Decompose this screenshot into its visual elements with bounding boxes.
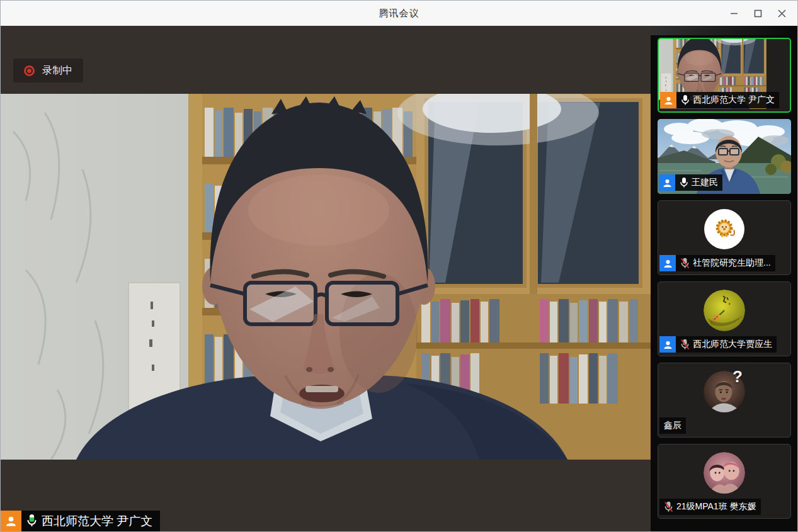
participant-thumbnails: 西北师范大学 尹广文 王建民 <box>658 38 791 519</box>
participant-tile-fan-dongyuan[interactable]: 21级MPA1班 樊东媛 <box>658 444 791 519</box>
mic-muted-icon <box>680 258 690 269</box>
close-icon <box>778 9 786 18</box>
meeting-window: 腾讯会议 录制中 <box>0 0 798 532</box>
window-title: 腾讯会议 <box>379 8 419 20</box>
minimize-button[interactable] <box>722 3 746 23</box>
participant-tile-jia-yingsheng[interactable]: 西北师范大学贾应生 <box>658 281 791 356</box>
participant-tile-xinchen[interactable]: ? 鑫辰 <box>658 363 791 438</box>
recording-dot-icon <box>24 65 35 76</box>
participant-label: 西北师范大学贾应生 <box>659 336 777 353</box>
mic-muted-icon <box>664 501 673 513</box>
titlebar[interactable]: 腾讯会议 <box>1 1 797 26</box>
participant-name: 鑫辰 <box>664 420 681 431</box>
mic-muted-icon <box>680 339 690 351</box>
main-speaker-name: 西北师范大学 尹广文 <box>42 513 152 529</box>
participant-avatar <box>704 452 745 494</box>
window-controls <box>722 1 794 26</box>
participant-label: 21级MPA1班 樊东媛 <box>659 499 761 515</box>
participant-name: 社管院研究生助理... <box>693 258 771 269</box>
participant-avatar <box>704 290 745 331</box>
participant-icon <box>659 255 676 271</box>
participant-label: 西北师范大学 尹广文 <box>660 92 779 108</box>
speaker-video <box>1 94 651 460</box>
mic-on-icon <box>680 177 688 189</box>
participants-sidebar[interactable]: 西北师范大学 尹广文 王建民 <box>651 26 798 532</box>
participant-name: 21级MPA1班 樊东媛 <box>676 501 756 512</box>
participant-name: 王建民 <box>692 177 718 188</box>
participant-icon <box>660 92 676 108</box>
participant-name: 西北师范大学贾应生 <box>693 339 772 350</box>
participant-icon <box>659 174 675 191</box>
participant-icon <box>659 336 676 353</box>
question-mark-overlay: ? <box>732 367 743 387</box>
close-button[interactable] <box>770 3 794 23</box>
maximize-button[interactable] <box>746 3 770 23</box>
participant-label: 社管院研究生助理... <box>659 255 775 271</box>
participant-tile-wang-jianmin[interactable]: 王建民 <box>658 119 791 194</box>
main-video-pane[interactable]: 录制中 西北师范大学 尹广文 <box>1 26 651 532</box>
participant-icon <box>1 511 21 531</box>
mic-level-icon <box>26 514 37 528</box>
participant-name: 西北师范大学 尹广文 <box>693 94 775 106</box>
participant-avatar <box>704 208 745 250</box>
mic-on-icon <box>681 94 690 106</box>
maximize-icon <box>754 9 762 18</box>
participant-tile-yin-guangwen[interactable]: 西北师范大学 尹广文 <box>658 38 791 113</box>
participant-label: 鑫辰 <box>659 417 686 434</box>
minimize-icon <box>730 9 738 18</box>
participant-tile-assistant[interactable]: 社管院研究生助理... <box>658 200 791 275</box>
main-speaker-label: 西北师范大学 尹广文 <box>1 511 160 531</box>
recording-indicator[interactable]: 录制中 <box>13 59 83 82</box>
recording-label: 录制中 <box>42 64 72 77</box>
participant-label: 王建民 <box>659 174 722 191</box>
